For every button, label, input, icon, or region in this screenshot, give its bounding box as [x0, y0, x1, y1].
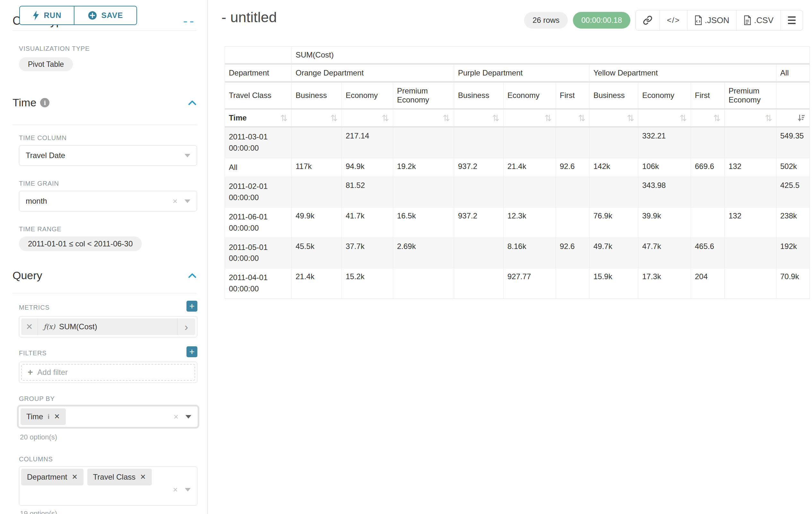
add-metric-button[interactable]: + [186, 301, 197, 312]
info-icon[interactable]: i [48, 413, 50, 421]
save-button[interactable]: SAVE [74, 6, 137, 24]
export-json-button[interactable]: .JSON [688, 10, 737, 30]
time-grain-value: month [26, 197, 47, 206]
add-filter-dropzone[interactable]: + Add filter [21, 364, 195, 381]
class-header: Premium Economy [725, 82, 776, 109]
visualization-type-pill[interactable]: Pivot Table [19, 57, 73, 71]
sort-icon[interactable]: ⇅ [443, 114, 450, 123]
class-header: Business [292, 82, 342, 109]
cell: 502k [776, 158, 810, 177]
column-sort-header-active[interactable] [776, 109, 810, 127]
column-sort-header[interactable]: ⇅ [342, 109, 393, 127]
save-button-label: SAVE [102, 11, 123, 20]
export-csv-label: .CSV [754, 16, 774, 25]
column-sort-header[interactable]: ⇅ [556, 109, 589, 127]
add-filter-button[interactable]: + [186, 346, 197, 357]
column-sort-header[interactable]: ⇅ [725, 109, 776, 127]
remove-chip-icon[interactable]: ✕ [140, 473, 146, 481]
metric-pill[interactable]: ✕ ƒ(x) SUM(Cost) › [21, 318, 195, 335]
table-row: 2011-03-01 00:00:00 217.14 332.21 549.35 [225, 127, 810, 158]
clear-icon[interactable]: × [174, 412, 178, 422]
cell: 12.3k [503, 207, 556, 238]
time-label: Time [229, 113, 247, 123]
column-sort-header[interactable]: ⇅ [503, 109, 556, 127]
column-sort-header[interactable]: ⇅ [638, 109, 691, 127]
sort-icon[interactable]: ⇅ [382, 114, 389, 123]
remove-chip-icon[interactable]: ✕ [54, 412, 60, 421]
info-icon[interactable]: i [40, 98, 50, 107]
metric-header: SUM(Cost) [292, 47, 810, 64]
collapse-chevron-icon[interactable] [188, 273, 196, 278]
class-header: Business [454, 82, 503, 109]
cell: 21.4k [292, 268, 342, 299]
cell [691, 207, 725, 238]
time-column-select[interactable]: Travel Date [19, 145, 197, 166]
time-column-value: Travel Date [26, 151, 65, 160]
cell: 343.98 [638, 177, 691, 208]
chevron-down-icon[interactable] [185, 488, 191, 491]
cell: 132 [725, 158, 776, 177]
department-header: Department [225, 64, 292, 82]
group-header-purple: Purple Department [454, 64, 589, 82]
clear-icon[interactable]: × [173, 485, 178, 495]
metric-name: SUM(Cost) [59, 322, 97, 331]
chevron-down-icon[interactable] [184, 154, 190, 157]
remove-chip-icon[interactable]: ✕ [71, 473, 77, 481]
cell: 47.7k [638, 238, 691, 268]
menu-button[interactable] [781, 10, 803, 30]
cell: 81.52 [342, 177, 393, 208]
hamburger-icon [788, 17, 795, 24]
clear-icon[interactable]: × [173, 196, 177, 206]
cell: 2.69k [393, 238, 454, 268]
panel-drag-handle[interactable] [183, 21, 194, 23]
column-sort-header[interactable]: ⇅ [292, 109, 342, 127]
sort-icon[interactable]: ⇅ [492, 114, 499, 123]
group-header-orange: Orange Department [292, 64, 454, 82]
chevron-down-icon[interactable] [184, 199, 190, 203]
remove-metric-icon[interactable]: ✕ [21, 318, 38, 335]
metrics-control: ✕ ƒ(x) SUM(Cost) › [19, 316, 197, 337]
export-csv-button[interactable]: .CSV [736, 10, 781, 30]
column-sort-header[interactable]: ⇅ [454, 109, 503, 127]
columns-select[interactable]: Department ✕ Travel Class ✕ × [19, 466, 197, 506]
cell: 217.14 [342, 127, 393, 158]
time-grain-select[interactable]: month × [19, 191, 197, 211]
view-query-button[interactable]: </> [660, 10, 688, 30]
chip-label: Time [26, 412, 43, 421]
cell: 19.2k [393, 158, 454, 177]
collapse-chevron-icon[interactable] [188, 100, 196, 105]
columns-chip-department[interactable]: Department ✕ [21, 469, 83, 485]
chart-title[interactable]: - untitled [222, 9, 277, 26]
sort-icon[interactable]: ⇅ [713, 114, 721, 123]
column-sort-header[interactable]: ⇅ [393, 109, 454, 127]
cell: 17.3k [638, 268, 691, 299]
sort-icon[interactable]: ⇅ [765, 114, 772, 123]
column-sort-header[interactable]: ⇅ [589, 109, 638, 127]
chip-label: Department [27, 472, 67, 482]
chevron-right-icon[interactable]: › [177, 318, 195, 335]
cell: 15.9k [589, 268, 638, 299]
export-json-label: .JSON [705, 16, 729, 25]
class-header: First [691, 82, 725, 109]
share-link-button[interactable] [636, 10, 660, 30]
run-button[interactable]: RUN [20, 6, 74, 24]
columns-chip-travel-class[interactable]: Travel Class ✕ [87, 469, 152, 485]
group-by-select[interactable]: Time i ✕ × [18, 406, 198, 427]
time-range-pill[interactable]: 2011-01-01 ≤ col < 2011-06-30 [19, 237, 142, 251]
sort-icon[interactable]: ⇅ [544, 114, 552, 123]
time-sort-header[interactable]: Time ⇅ [225, 109, 292, 127]
sort-icon[interactable]: ⇅ [280, 114, 288, 123]
group-by-chip-time[interactable]: Time i ✕ [21, 408, 66, 425]
cell [503, 127, 556, 158]
sort-icon[interactable]: ⇅ [330, 114, 338, 123]
sort-icon[interactable]: ⇅ [679, 114, 687, 123]
sort-icon[interactable]: ⇅ [627, 114, 634, 123]
time-section-title: Time [12, 97, 36, 109]
column-sort-header[interactable]: ⇅ [691, 109, 725, 127]
chevron-down-icon[interactable] [185, 415, 191, 418]
class-header: Business [589, 82, 638, 109]
sort-icon[interactable]: ⇅ [578, 114, 585, 123]
add-filter-placeholder: Add filter [37, 368, 68, 377]
class-header [776, 82, 810, 109]
columns-options-hint: 19 option(s) [20, 510, 57, 514]
